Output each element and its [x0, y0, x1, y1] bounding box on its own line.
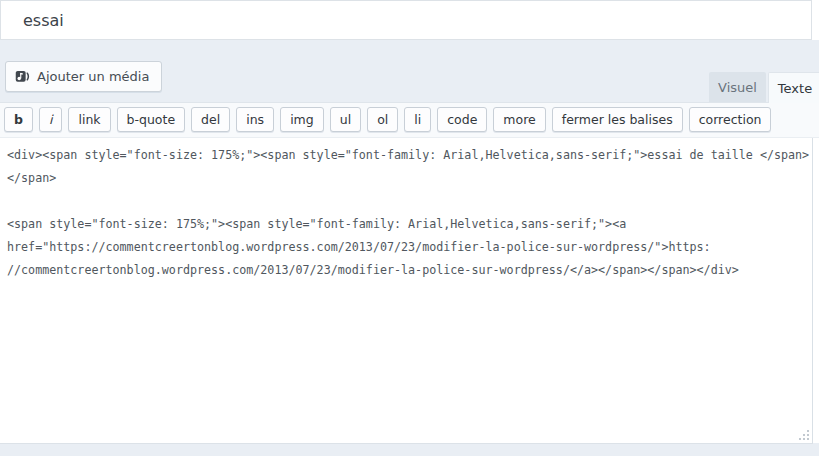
- quicktag-code-button[interactable]: code: [437, 107, 487, 132]
- quicktag-italic-button[interactable]: i: [39, 107, 62, 132]
- resize-grip-icon[interactable]: [796, 427, 812, 443]
- editor-textarea[interactable]: <div><span style="font-size: 175%;"><spa…: [0, 138, 813, 444]
- quicktag-blockquote-button[interactable]: b-quote: [117, 107, 186, 132]
- editor-mode-tabs: Visuel Texte: [709, 72, 819, 103]
- quicktag-link-button[interactable]: link: [68, 107, 110, 132]
- media-icon: [15, 69, 30, 84]
- quicktag-ol-button[interactable]: ol: [367, 107, 398, 132]
- title-row: [0, 0, 819, 40]
- quicktag-close-tags-button[interactable]: fermer les balises: [552, 107, 683, 132]
- tab-visual[interactable]: Visuel: [709, 72, 766, 102]
- quicktag-bold-button[interactable]: b: [4, 107, 33, 132]
- tab-text[interactable]: Texte: [768, 72, 819, 103]
- quicktag-ins-button[interactable]: ins: [236, 107, 274, 132]
- editor-container: b i link b-quote del ins img ul ol li co…: [0, 102, 819, 443]
- quicktag-img-button[interactable]: img: [280, 107, 324, 132]
- quicktag-ul-button[interactable]: ul: [330, 107, 361, 132]
- quicktag-li-button[interactable]: li: [404, 107, 431, 132]
- quicktags-toolbar: b i link b-quote del ins img ul ol li co…: [0, 103, 819, 138]
- quicktag-more-button[interactable]: more: [493, 107, 545, 132]
- quicktag-correction-button[interactable]: correction: [689, 107, 772, 132]
- add-media-button[interactable]: Ajouter un média: [5, 61, 162, 92]
- add-media-label: Ajouter un média: [37, 69, 149, 84]
- quicktag-del-button[interactable]: del: [191, 107, 230, 132]
- post-title-input[interactable]: [0, 0, 812, 40]
